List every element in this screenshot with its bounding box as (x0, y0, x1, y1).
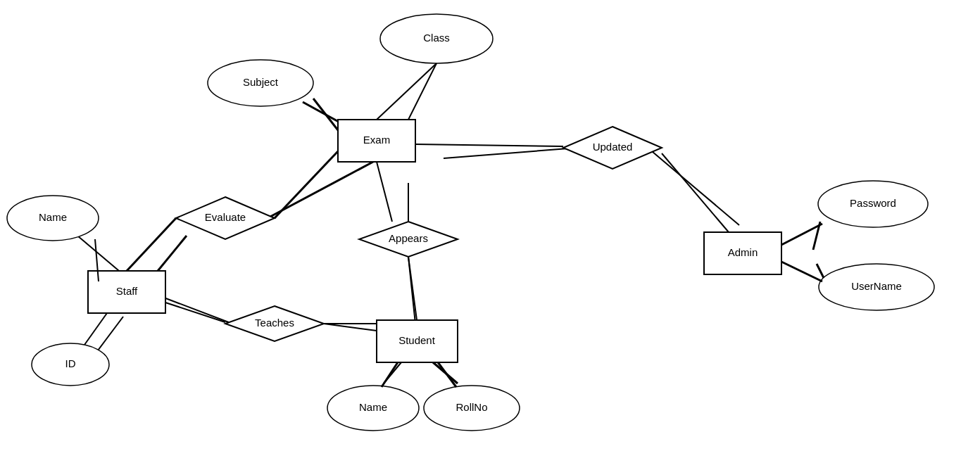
attribute-student-name-label: Name (359, 401, 387, 413)
attribute-admin-password-label: Password (850, 197, 896, 209)
line-admin-username (817, 264, 824, 278)
conn-student-name (382, 362, 398, 387)
line-staff-teaches (158, 296, 232, 324)
attribute-staff-id-label: ID (65, 357, 76, 369)
attribute-subject-label: Subject (243, 76, 279, 88)
relationship-updated-label: Updated (593, 141, 633, 153)
conn-staff-id (84, 313, 107, 345)
conn-updated-admin (662, 153, 729, 232)
entity-student-label: Student (398, 334, 436, 346)
relationship-teaches-label: Teaches (255, 317, 294, 329)
conn-appears-student (408, 257, 417, 320)
line-updated-admin (648, 148, 739, 225)
conn-exam-appears (377, 162, 392, 222)
line-exam-updated (444, 148, 577, 158)
relationship-appears-label: Appears (389, 232, 428, 244)
entity-staff-label: Staff (116, 285, 138, 297)
conn-subject-exam (313, 99, 338, 130)
conn-evaluate-staff (127, 218, 176, 271)
er-diagram: Exam Staff Student Admin Evaluate Appear… (0, 0, 980, 470)
conn-class-exam (377, 63, 436, 120)
line-class-exam (408, 63, 436, 120)
line-staff-name (77, 236, 123, 274)
conn-student-rollno (438, 362, 456, 387)
relationship-evaluate-label: Evaluate (205, 211, 246, 223)
conn-teaches-student (324, 324, 377, 331)
attribute-class-label: Class (423, 32, 450, 44)
entity-admin-label: Admin (728, 246, 758, 258)
attribute-student-rollno-label: RollNo (456, 401, 487, 413)
attribute-staff-name-label: Name (39, 211, 67, 223)
entity-exam-label: Exam (363, 134, 390, 146)
conn-exam-updated (415, 144, 563, 146)
attribute-admin-username-label: UserName (851, 280, 902, 292)
conn-staff-teaches (165, 303, 225, 322)
line-evaluate-staff (155, 236, 187, 274)
